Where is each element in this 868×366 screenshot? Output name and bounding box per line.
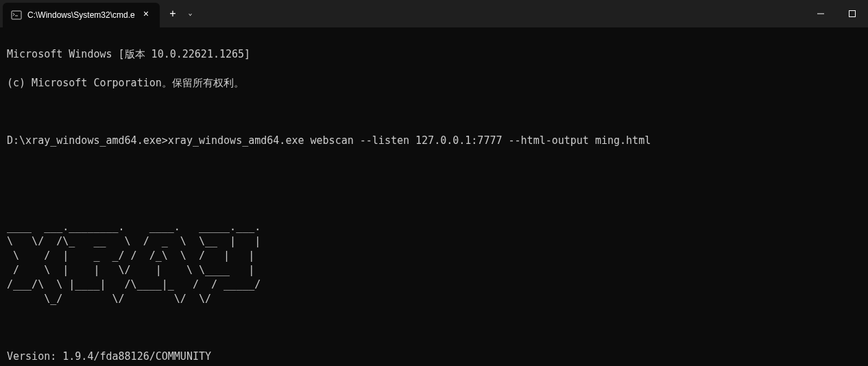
terminal-tab[interactable]: C:\Windows\System32\cmd.e × — [3, 3, 160, 27]
cmd-icon — [11, 10, 22, 21]
version-line: Version: 1.9.4/fda88126/COMMUNITY — [7, 350, 861, 364]
blank-line — [7, 321, 861, 335]
maximize-button[interactable] — [836, 0, 868, 27]
svg-rect-0 — [12, 11, 21, 19]
blank-line — [7, 162, 861, 177]
prompt: D:\xray_windows_amd64.exe> — [7, 134, 168, 147]
titlebar: C:\Windows\System32\cmd.e × + ⌄ — [0, 0, 868, 27]
new-tab-button[interactable]: + — [160, 6, 185, 21]
minimize-button[interactable] — [805, 0, 836, 27]
blank-line — [7, 105, 861, 119]
tab-title: C:\Windows\System32\cmd.e — [27, 10, 135, 21]
terminal-content[interactable]: Microsoft Windows [版本 10.0.22621.1265] (… — [0, 27, 868, 366]
copyright-line: (c) Microsoft Corporation。保留所有权利。 — [7, 76, 861, 90]
command-text: xray_windows_amd64.exe webscan --listen … — [168, 134, 651, 147]
svg-rect-3 — [849, 11, 856, 17]
windows-version-line: Microsoft Windows [版本 10.0.22621.1265] — [7, 47, 861, 62]
blank-line — [7, 191, 861, 206]
tab-close-button[interactable]: × — [141, 8, 152, 22]
window-controls — [805, 0, 868, 27]
xray-ascii-logo: ____ ___.________. ____. _____.___. \ \/… — [7, 220, 861, 306]
tab-dropdown-button[interactable]: ⌄ — [185, 9, 195, 19]
command-line: D:\xray_windows_amd64.exe>xray_windows_a… — [7, 134, 861, 148]
